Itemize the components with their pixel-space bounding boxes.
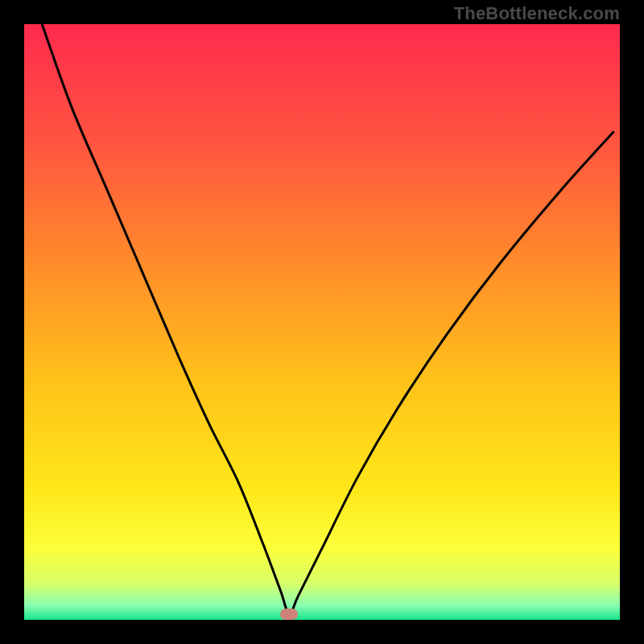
bottleneck-curve <box>24 24 620 620</box>
plot-area <box>24 24 620 620</box>
watermark-text: TheBottleneck.com <box>454 3 620 24</box>
curve-path <box>42 24 613 614</box>
optimum-marker <box>280 609 298 620</box>
chart-frame: TheBottleneck.com <box>0 0 644 644</box>
